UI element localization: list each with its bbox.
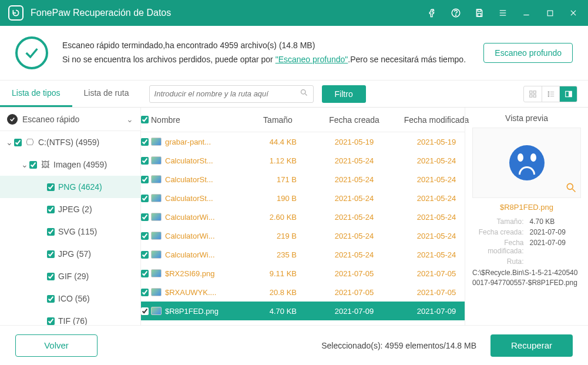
table-row[interactable]: $RX2SI69.png9.11 KB2021-07-052021-07-05 — [141, 264, 465, 283]
tree-type[interactable]: JPEG (2) — [0, 198, 140, 220]
row-checkbox[interactable] — [141, 176, 149, 183]
file-thumb-icon — [151, 232, 162, 240]
check-dot-icon — [7, 114, 18, 125]
file-size: 20.8 KB — [243, 288, 313, 297]
row-checkbox[interactable] — [141, 157, 149, 165]
table-row[interactable]: grabar-pant...44.4 KB2021-05-192021-05-1… — [141, 132, 465, 151]
col-name[interactable]: Nombre — [149, 115, 243, 125]
filter-button[interactable]: Filtro — [322, 85, 366, 103]
type-checkbox[interactable] — [47, 317, 55, 325]
preview-filename: $R8P1FED.png — [472, 203, 581, 212]
chevron-down-icon[interactable]: ⌄ — [126, 115, 133, 124]
table-row[interactable]: $RL31RP0.png56.8 KB2021-07-212021-07-21 — [141, 320, 465, 325]
table-row[interactable]: $RXAUWYK....20.8 KB2021-07-052021-07-05 — [141, 283, 465, 302]
table-row[interactable]: CalculatorWi...2.60 KB2021-05-242021-05-… — [141, 207, 465, 226]
menu-icon[interactable] — [496, 6, 509, 19]
save-icon[interactable] — [473, 6, 486, 19]
table-row[interactable]: CalculatorWi...235 B2021-05-242021-05-24 — [141, 245, 465, 264]
row-checkbox[interactable] — [141, 289, 149, 296]
meta-created-key: Fecha creada: — [472, 228, 530, 236]
selection-info: Seleccionado(s): 4959 elementos/14.8 MB — [321, 341, 476, 350]
file-modified: 2021-05-24 — [395, 250, 465, 259]
type-checkbox[interactable] — [47, 183, 55, 191]
svg-point-25 — [567, 183, 573, 189]
drive-checkbox[interactable] — [14, 139, 22, 146]
help-icon[interactable] — [449, 6, 462, 19]
file-size: 190 B — [243, 194, 313, 203]
svg-rect-16 — [533, 95, 536, 97]
file-modified: 2021-05-24 — [395, 213, 465, 222]
type-checkbox[interactable] — [47, 273, 55, 280]
view-grid-icon[interactable] — [524, 86, 542, 102]
tree-image-group[interactable]: ⌄ 🖼 Imagen (4959) — [0, 153, 140, 176]
table-row[interactable]: $R8P1FED.png4.70 KB2021-07-092021-07-09 — [141, 302, 465, 320]
table-row[interactable]: CalculatorSt...1.12 KB2021-05-242021-05-… — [141, 151, 465, 170]
svg-point-11 — [301, 90, 305, 95]
tree-type[interactable]: ICO (56) — [0, 287, 140, 310]
tree-type[interactable]: GIF (29) — [0, 265, 140, 287]
view-list-icon[interactable] — [542, 86, 559, 102]
row-checkbox[interactable] — [141, 138, 149, 146]
svg-rect-2 — [478, 9, 481, 11]
back-button[interactable]: Volver — [15, 334, 98, 357]
close-icon[interactable] — [567, 6, 580, 19]
file-modified: 2021-07-09 — [395, 307, 465, 316]
group-checkbox[interactable] — [29, 161, 37, 169]
row-checkbox[interactable] — [141, 251, 149, 259]
app-title: FonePaw Recuperación de Datos — [31, 8, 426, 18]
drive-icon: 🖵 — [25, 138, 35, 147]
view-switch — [523, 86, 577, 102]
row-checkbox[interactable] — [141, 307, 149, 315]
file-thumb-icon — [151, 156, 162, 165]
maximize-icon[interactable] — [543, 6, 556, 19]
row-checkbox[interactable] — [141, 270, 149, 277]
tree-type[interactable]: PNG (4624) — [0, 176, 140, 198]
type-checkbox[interactable] — [47, 206, 55, 213]
quick-scan-label: Escaneo rápido — [22, 115, 126, 124]
type-checkbox[interactable] — [47, 295, 55, 303]
svg-line-26 — [573, 189, 576, 192]
select-all-checkbox[interactable] — [141, 116, 149, 123]
svg-rect-15 — [530, 95, 532, 97]
tree-type[interactable]: JPG (57) — [0, 243, 140, 265]
search-box[interactable] — [149, 85, 314, 103]
type-checkbox[interactable] — [47, 228, 55, 236]
view-detail-icon[interactable] — [559, 86, 577, 102]
tab-paths[interactable]: Lista de ruta — [72, 81, 141, 107]
quick-scan-row[interactable]: Escaneo rápido ⌄ — [0, 108, 140, 131]
file-created: 2021-07-05 — [313, 269, 395, 278]
file-name: CalculatorSt... — [165, 175, 213, 184]
row-checkbox[interactable] — [141, 232, 149, 240]
tree-label: TIF (76) — [58, 316, 88, 325]
table-row[interactable]: CalculatorSt...171 B2021-05-242021-05-24 — [141, 170, 465, 189]
row-checkbox[interactable] — [141, 213, 149, 221]
tree-type[interactable]: TIF (76) — [0, 310, 140, 325]
tree-type[interactable]: SVG (115) — [0, 220, 140, 243]
facebook-icon[interactable] — [426, 6, 439, 19]
file-size: 4.70 KB — [243, 307, 313, 316]
zoom-icon[interactable] — [565, 182, 577, 195]
search-icon[interactable] — [300, 88, 308, 99]
deep-scan-link[interactable]: "Escaneo profundo" — [275, 55, 348, 64]
svg-rect-13 — [530, 91, 532, 93]
file-created: 2021-05-24 — [313, 175, 395, 184]
table-row[interactable]: CalculatorWi...219 B2021-05-242021-05-24 — [141, 226, 465, 245]
tree-drive[interactable]: ⌄ 🖵 C:(NTFS) (4959) — [0, 131, 140, 153]
tab-types[interactable]: Lista de tipos — [0, 81, 72, 107]
search-input[interactable] — [154, 89, 300, 98]
file-size: 9.11 KB — [243, 269, 313, 278]
tree-label: JPG (57) — [58, 249, 91, 259]
col-size[interactable]: Tamaño — [243, 115, 313, 125]
table-row[interactable]: CalculatorSt...190 B2021-05-242021-05-24 — [141, 189, 465, 207]
file-thumb-icon — [151, 250, 162, 259]
row-checkbox[interactable] — [141, 195, 149, 202]
file-size: 219 B — [243, 232, 313, 240]
deep-scan-button[interactable]: Escaneo profundo — [483, 43, 573, 63]
type-checkbox[interactable] — [47, 250, 55, 258]
minimize-icon[interactable] — [520, 6, 533, 19]
col-created[interactable]: Fecha creada — [313, 115, 395, 125]
app-logo — [8, 5, 23, 21]
recover-button[interactable]: Recuperar — [490, 334, 573, 357]
svg-rect-14 — [533, 91, 536, 93]
svg-point-1 — [455, 15, 456, 15]
